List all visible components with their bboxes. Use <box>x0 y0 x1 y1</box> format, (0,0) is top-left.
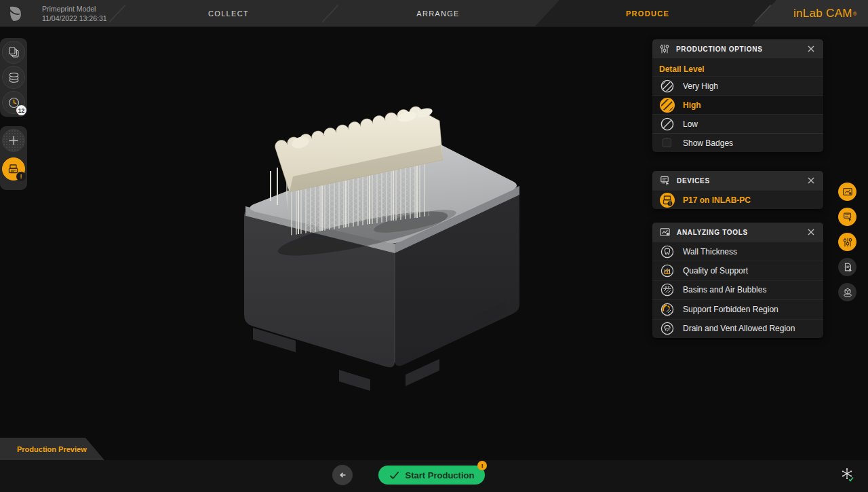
left-toolbar-group-devices: ! <box>0 126 27 190</box>
project-timestamp: 11/04/2022 13:26:31 <box>42 14 107 23</box>
snowflake-icon <box>840 467 856 483</box>
tab-produce[interactable]: PRODUCE <box>626 0 669 27</box>
show-badges-label: Show Badges <box>683 138 733 148</box>
detail-option-label: High <box>683 100 701 110</box>
panel-title: PRODUCTION OPTIONS <box>676 45 763 53</box>
tool-basins-air-bubbles[interactable]: Basins and Air Bubbles <box>652 280 823 299</box>
close-icon[interactable] <box>806 227 816 238</box>
quality-of-support-icon <box>659 264 675 278</box>
tool-wall-thickness[interactable]: Wall Thickness <box>652 242 823 261</box>
model-view-toggle-button[interactable] <box>838 283 856 301</box>
tab-arrange[interactable]: ARRANGE <box>416 0 460 27</box>
production-options-panel: PRODUCTION OPTIONS Detail Level Very Hig… <box>652 39 823 152</box>
project-name: Primeprint Model <box>42 4 107 14</box>
detail-option-label: Low <box>683 119 698 129</box>
stacked-sheets-icon <box>7 46 20 59</box>
basins-air-bubbles-icon <box>659 283 675 297</box>
support-forbidden-region-icon <box>659 303 675 316</box>
detail-low-icon <box>659 117 675 131</box>
app-title: inLab CAM® <box>793 0 857 27</box>
time-estimate-button[interactable]: 12 <box>2 91 25 114</box>
start-production-badge: ! <box>477 461 487 470</box>
copies-button[interactable] <box>2 41 25 64</box>
plus-icon <box>8 135 19 146</box>
start-production-button[interactable]: Start Production ! <box>378 466 485 485</box>
arrow-left-icon <box>337 470 348 480</box>
document-icon <box>842 262 853 273</box>
analyzing-tools-toggle-button[interactable] <box>838 183 856 201</box>
app-logo <box>7 5 24 22</box>
panel-header: PRODUCTION OPTIONS <box>652 39 823 58</box>
connection-status-button[interactable] <box>839 466 856 484</box>
check-icon <box>389 471 399 480</box>
wall-thickness-icon <box>659 245 675 259</box>
report-toggle-button[interactable] <box>838 258 856 276</box>
cube-icon <box>842 287 853 298</box>
show-badges-row[interactable]: Show Badges <box>652 133 823 152</box>
printer-alert-badge: ! <box>16 172 26 181</box>
tool-label: Support Forbidden Region <box>683 305 778 314</box>
production-options-toggle-button[interactable] <box>838 233 856 251</box>
device-status-icon: ! <box>659 192 675 208</box>
tool-support-forbidden-region[interactable]: Support Forbidden Region <box>652 299 823 318</box>
detail-high-icon <box>659 97 675 113</box>
analyzing-tools-icon <box>842 187 853 197</box>
project-info: Primeprint Model 11/04/2022 13:26:31 <box>42 4 107 23</box>
box-foot <box>339 370 370 391</box>
devices-panel: DEVICES ! P17 on INLAB-PC <box>652 171 823 209</box>
printer-device-button[interactable]: ! <box>2 157 25 181</box>
start-production-label: Start Production <box>406 470 475 480</box>
panel-title: ANALYZING TOOLS <box>677 229 748 236</box>
svg-text:!: ! <box>669 202 671 206</box>
tool-label: Wall Thickness <box>683 247 737 257</box>
tool-quality-of-support[interactable]: Quality of Support <box>652 261 823 280</box>
tool-drain-vent-allowed-region[interactable]: Drain and Vent Allowed Region <box>652 319 823 338</box>
panel-header: DEVICES <box>652 171 823 190</box>
material-discs-icon <box>7 71 20 84</box>
add-button[interactable] <box>2 129 25 152</box>
divider <box>109 5 126 22</box>
material-stack-button[interactable] <box>2 66 25 89</box>
back-button[interactable] <box>332 465 353 485</box>
show-badges-checkbox[interactable] <box>663 138 671 147</box>
box-foot <box>406 359 439 386</box>
detail-option-low[interactable]: Low <box>652 114 823 133</box>
analyzing-tools-icon <box>659 227 671 238</box>
right-tool-rail <box>838 183 857 301</box>
left-toolbar-group-views: 12 <box>0 38 27 117</box>
tool-label: Quality of Support <box>683 266 748 276</box>
panel-header: ANALYZING TOOLS <box>652 223 823 242</box>
top-bar: Primeprint Model 11/04/2022 13:26:31 COL… <box>0 0 868 27</box>
detail-option-very-high[interactable]: Very High <box>652 76 823 95</box>
tab-collect[interactable]: COLLECT <box>208 0 249 27</box>
close-icon[interactable] <box>806 175 816 186</box>
close-icon[interactable] <box>806 43 816 54</box>
tool-label: Drain and Vent Allowed Region <box>683 324 795 333</box>
devices-toggle-button[interactable] <box>838 208 856 226</box>
analyzing-tools-panel: ANALYZING TOOLS Wall Thickness Quality o… <box>652 223 823 338</box>
device-row[interactable]: ! P17 on INLAB-PC <box>652 190 823 209</box>
device-printer-icon <box>659 175 671 187</box>
detail-option-high[interactable]: High <box>652 95 823 114</box>
device-printer-icon <box>842 212 853 223</box>
tool-label: Basins and Air Bubbles <box>683 285 766 295</box>
device-label: P17 on INLAB-PC <box>683 195 751 205</box>
sliders-icon <box>842 237 853 248</box>
drain-vent-allowed-region-icon <box>659 322 675 335</box>
time-badge: 12 <box>16 105 26 115</box>
sliders-icon <box>659 43 670 54</box>
detail-very-high-icon <box>659 79 675 93</box>
panel-title: DEVICES <box>677 177 710 185</box>
detail-option-label: Very High <box>683 81 718 91</box>
detail-level-label: Detail Level <box>652 58 823 76</box>
divider <box>322 5 339 22</box>
